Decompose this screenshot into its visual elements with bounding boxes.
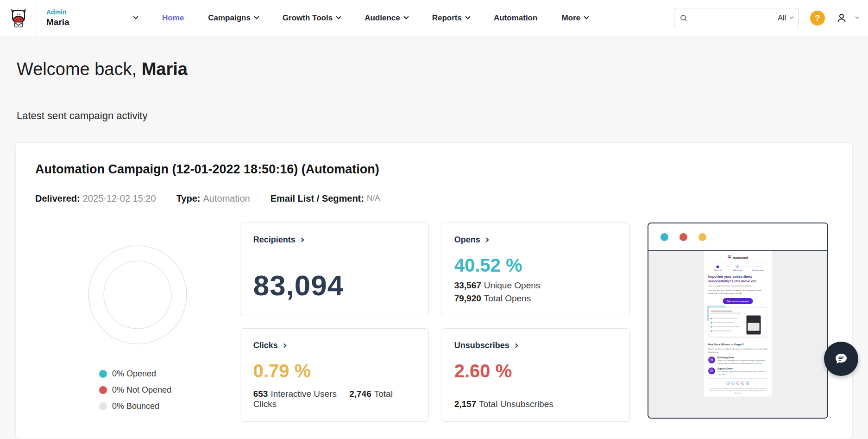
clicks-card: Clicks 0.79 % 653Interactive Users 2,746… <box>240 328 429 422</box>
meta-type: Type:Automation <box>176 193 250 204</box>
engagement-donut-column: 0% Opened 0% Not Opened 0% Bounced <box>35 223 240 411</box>
bounced-dot-icon <box>99 402 107 410</box>
email-social-icons <box>708 382 768 385</box>
opens-link[interactable]: Opens <box>454 235 616 245</box>
delivered-value: 2025-12-02 15:20 <box>83 193 156 204</box>
nav-audience[interactable]: Audience <box>365 13 408 23</box>
nav-automation[interactable]: Automation <box>494 13 537 23</box>
nav-growth-tools[interactable]: Growth Tools <box>283 13 340 23</box>
clicks-link[interactable]: Clicks <box>253 341 415 350</box>
knowledge-base-row: Knowledge Base Browse our knowledge base… <box>708 356 767 364</box>
opened-dot-icon <box>99 370 107 378</box>
recipients-link[interactable]: Recipients <box>253 235 415 245</box>
total-opens-label: Total Opens <box>484 293 531 303</box>
user-menu[interactable] <box>836 13 859 24</box>
moosend-logo[interactable] <box>0 0 37 36</box>
support-center-icon <box>708 368 715 375</box>
interactive-users-label: Interactive Users <box>270 389 337 399</box>
email-screenshot <box>709 307 767 337</box>
nav-home[interactable]: Home <box>162 13 184 23</box>
legend-item-not-opened: 0% Not Opened <box>99 385 171 395</box>
welcome-name: Maria <box>142 59 188 79</box>
instagram-icon <box>736 382 739 385</box>
email-footer: You received this email because you sign… <box>709 387 767 394</box>
donut-chart <box>88 245 188 345</box>
email-progress-steps: Create a list Add a sender Send a campai… <box>708 265 768 271</box>
nav-audience-label: Audience <box>365 13 400 23</box>
meta-delivered: Delivered:2025-12-02 15:20 <box>35 193 156 204</box>
window-dot-yellow-icon <box>698 233 706 241</box>
preview-viewport: moosend Create a list Add a sender Send … <box>648 251 827 418</box>
nav-more[interactable]: More <box>561 13 588 23</box>
main-nav: Home Campaigns Growth Tools Audience Rep… <box>147 0 588 36</box>
email-thumbnail: moosend Create a list Add a sender Send … <box>704 251 772 335</box>
step2-label: Add a sender <box>733 269 742 271</box>
donut-legend: 0% Opened 0% Not Opened 0% Bounced <box>99 369 171 411</box>
stats-grid: Recipients 83,094 Opens 40.52 % 33,567Un… <box>240 223 630 422</box>
nav-campaigns[interactable]: Campaigns <box>208 13 258 23</box>
search-input[interactable] <box>691 14 778 22</box>
support-center-title: Support Center <box>717 368 767 370</box>
page-title: Welcome back, Maria <box>17 59 851 79</box>
chat-bubble-icon <box>833 350 849 367</box>
nav-growth-tools-label: Growth Tools <box>283 13 333 23</box>
step-done-icon <box>716 266 719 268</box>
nav-home-label: Home <box>162 13 184 23</box>
chat-widget-button[interactable] <box>824 342 858 376</box>
email-heading: Imported your subscribers successfully? … <box>708 274 767 283</box>
total-clicks-count: 2,746 <box>349 389 371 399</box>
campaign-email-preview[interactable]: moosend Create a list Add a sender Send … <box>648 223 828 419</box>
chevron-down-icon <box>133 14 138 19</box>
email-brand-name: moosend <box>733 255 748 259</box>
knowledge-base-icon <box>708 356 715 363</box>
account-name: Maria <box>46 17 69 27</box>
clicks-percent: 0.79 % <box>253 361 415 382</box>
type-label: Type: <box>176 193 201 204</box>
chevron-right-icon <box>513 344 518 348</box>
legend-item-opened: 0% Opened <box>99 369 171 379</box>
campaign-activity-card: Automation Campaign (12-01-2022 18:50:16… <box>15 142 853 439</box>
browser-titlebar <box>648 223 827 251</box>
unsubscribes-link[interactable]: Unsubscribes <box>454 341 616 350</box>
type-value: Automation <box>203 193 250 204</box>
top-navbar: Admin Maria Home Campaigns Growth Tools … <box>0 0 868 36</box>
opens-card: Opens 40.52 % 33,567Unique Opens 79,920T… <box>441 223 630 316</box>
not-opened-dot-icon <box>99 386 107 394</box>
knowledge-base-link: Click here <box>754 362 762 364</box>
unsubscribes-title: Unsubscribes <box>454 341 509 350</box>
delivered-label: Delivered: <box>35 193 80 204</box>
header-right: All ? <box>674 0 868 36</box>
nav-reports[interactable]: Reports <box>432 13 470 23</box>
unsubscribes-card: Unsubscribes 2.60 % 2,157Total Unsubscri… <box>441 328 630 422</box>
recipients-title: Recipients <box>253 235 296 245</box>
email-footer-text: You received this email because you sign… <box>709 387 767 391</box>
cow-logo-icon <box>727 255 731 259</box>
help-button[interactable]: ? <box>810 11 825 25</box>
list-label: Email List / Segment: <box>270 193 364 204</box>
chevron-down-icon <box>403 14 409 19</box>
window-dot-red-icon <box>679 233 687 241</box>
unique-opens-count: 33,567 <box>454 280 481 290</box>
search-scope-value: All <box>778 14 786 22</box>
campaign-title: Automation Campaign (12-01-2022 18:50:16… <box>35 162 828 177</box>
welcome-prefix: Welcome back, <box>17 59 142 79</box>
legend-not-opened-label: 0% Not Opened <box>112 385 171 395</box>
chevron-down-icon <box>584 14 589 19</box>
email-brand-logo: moosend <box>708 255 768 259</box>
list-value: N/A <box>367 194 380 203</box>
question-mark-icon: ? <box>815 13 820 23</box>
dashboard-page: Welcome back, Maria Latest sent campaign… <box>0 59 868 439</box>
unique-opens-label: Unique Opens <box>484 280 540 290</box>
cow-logo-icon <box>8 7 29 29</box>
email-body-1: Time to change your 'From' name and emai… <box>708 285 767 287</box>
nav-campaigns-label: Campaigns <box>208 13 251 23</box>
window-dot-teal-icon <box>660 233 668 241</box>
knowledge-base-title: Knowledge Base <box>717 356 767 359</box>
opens-title: Opens <box>454 235 480 245</box>
support-center-row: Support Center Our awesome support team … <box>708 368 767 375</box>
nav-more-label: More <box>561 13 580 23</box>
account-switcher[interactable]: Admin Maria <box>37 0 147 36</box>
search-scope-dropdown[interactable]: All <box>778 14 793 22</box>
campaign-content-row: 0% Opened 0% Not Opened 0% Bounced <box>35 223 828 422</box>
support-center-link: Click here <box>717 373 725 375</box>
